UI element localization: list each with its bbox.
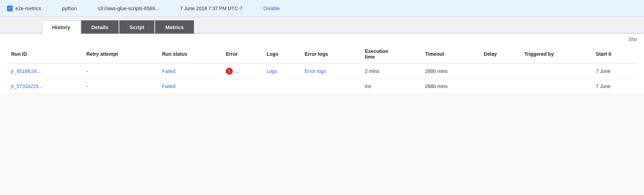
- cell-delay: [479, 63, 520, 79]
- cell-error-logs[interactable]: Error logs: [300, 63, 360, 79]
- job-name-item: ✓ e2e-metrics: [7, 6, 41, 11]
- col-triggered-by: Triggered by: [520, 45, 592, 63]
- date-item: 7 June 2018 7:37 PM UTC-7: [180, 6, 242, 11]
- disable-link[interactable]: Disable: [263, 6, 280, 11]
- cell-error-logs: [300, 79, 360, 94]
- cell-start-time: 7 June: [592, 79, 637, 94]
- col-logs: Logs: [262, 45, 301, 63]
- show-row: Sho: [0, 34, 644, 45]
- language-label: python: [62, 6, 77, 11]
- job-name: e2e-metrics: [15, 6, 41, 11]
- cell-run-status[interactable]: Failed: [158, 79, 222, 94]
- cell-start-time: 7 June: [592, 63, 637, 79]
- script-path-label: s3://aws-glue-scripts-6569...: [98, 6, 159, 11]
- job-checkbox[interactable]: ✓: [7, 6, 13, 11]
- history-table: Run ID Retry attempt Run status Error Lo…: [7, 45, 637, 94]
- disable-item[interactable]: Disable: [263, 6, 280, 11]
- col-retry-attempt: Retry attempt: [82, 45, 158, 63]
- table-container: Run ID Retry attempt Run status Error Lo…: [0, 45, 644, 94]
- col-start-time: Start ti: [592, 45, 637, 63]
- col-execution-time: Execution time: [360, 45, 421, 63]
- tab-script[interactable]: Script: [119, 20, 155, 34]
- col-delay: Delay: [479, 45, 520, 63]
- cell-retry-attempt: -: [82, 63, 158, 79]
- cell-execution-time: 2 mins: [360, 63, 421, 79]
- cell-triggered-by: [520, 63, 592, 79]
- show-label: Sho: [628, 36, 637, 42]
- col-run-status: Run status: [158, 45, 222, 63]
- table-row: jr_651bfc34... - Failed ! ... Logs Error…: [7, 63, 637, 79]
- script-path-item: s3://aws-glue-scripts-6569...: [98, 6, 159, 11]
- cell-triggered-by: [520, 79, 592, 94]
- cell-execution-time: ins: [360, 79, 421, 94]
- cell-run-status[interactable]: Failed: [158, 63, 222, 79]
- date-label: 7 June 2018 7:37 PM UTC-7: [180, 6, 242, 11]
- cell-error[interactable]: ! ...: [222, 63, 262, 79]
- cell-logs[interactable]: Logs: [262, 63, 301, 79]
- cell-timeout: 2880 mins: [421, 63, 479, 79]
- top-bar: ✓ e2e-metrics python s3://aws-glue-scrip…: [0, 0, 644, 17]
- cell-delay: [479, 79, 520, 94]
- tab-metrics[interactable]: Metrics: [155, 20, 194, 34]
- cell-retry-attempt: -: [82, 79, 158, 94]
- language-item: python: [62, 6, 77, 11]
- error-ellipsis: ...: [235, 68, 239, 74]
- col-run-id: Run ID: [7, 45, 82, 63]
- cell-timeout: 2880 mins: [421, 79, 479, 94]
- tab-details[interactable]: Details: [81, 20, 119, 34]
- table-row: jr_5731b225... - Failed Command failed w…: [7, 79, 637, 94]
- tabs-container: History Details Script Metrics: [0, 17, 644, 34]
- cell-error[interactable]: Command failed with exit code 1: [222, 79, 262, 94]
- cell-run-id[interactable]: jr_651bfc34...: [7, 63, 82, 79]
- error-icon[interactable]: !: [226, 68, 233, 75]
- col-error-logs: Error logs: [300, 45, 360, 63]
- tab-history[interactable]: History: [42, 20, 80, 34]
- col-error: Error: [222, 45, 262, 63]
- cell-logs: [262, 79, 301, 94]
- cell-run-id[interactable]: jr_5731b225...: [7, 79, 82, 94]
- col-timeout: Timeout: [421, 45, 479, 63]
